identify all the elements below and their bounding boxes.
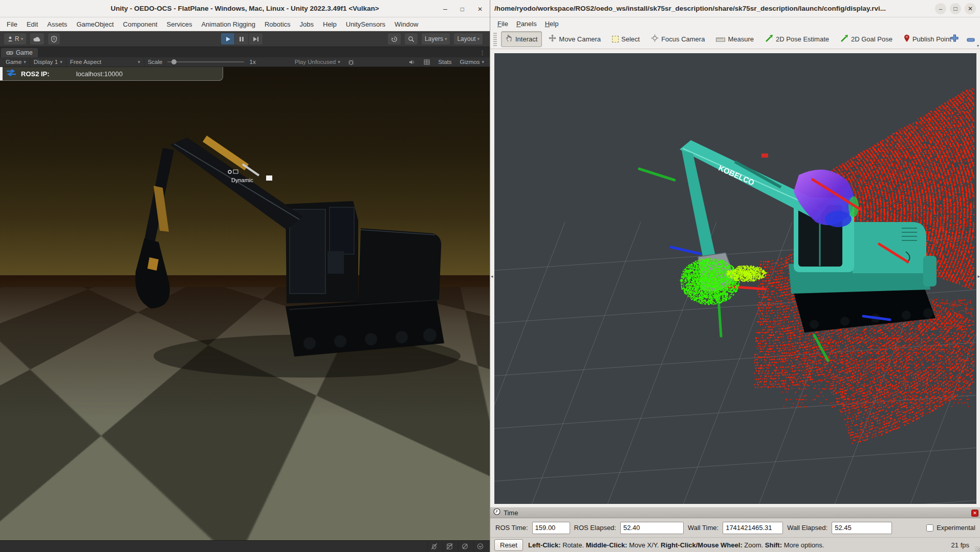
layers-dropdown[interactable]: Layers ▾ <box>422 33 450 45</box>
tool-move-camera[interactable]: Move Camera <box>544 31 605 47</box>
ros-elapsed-input[interactable] <box>620 522 684 534</box>
cloud-button[interactable] <box>30 33 44 45</box>
fps-counter: 21 fps <box>951 541 976 549</box>
collab-disabled-icon[interactable] <box>458 542 471 551</box>
experimental-checkbox[interactable] <box>926 524 933 532</box>
swap-arrows-icon <box>6 69 17 78</box>
tool-interact[interactable]: Interact <box>501 31 542 47</box>
maximize-button[interactable] <box>950 3 961 14</box>
unity-game-viewport[interactable]: Dynamic ROS2 IP: localhost:10000 <box>0 67 490 540</box>
chevron-down-icon: ▾ <box>477 36 480 41</box>
toolbar-overflow-icon[interactable]: ▾ <box>977 43 979 48</box>
collab-shield-button[interactable]: 0 <box>48 33 60 45</box>
left-panel-collapse-icon[interactable]: ◂ <box>491 274 493 279</box>
close-button[interactable] <box>477 5 483 12</box>
gamepad-icon <box>6 48 13 57</box>
rviz-menubar: File Panels Help <box>490 17 980 30</box>
wall-elapsed-input[interactable] <box>832 522 892 534</box>
green-arrow-icon <box>765 34 773 45</box>
menu-unitysensors[interactable]: UnitySensors <box>341 17 390 31</box>
menu-help[interactable]: Help <box>318 17 341 31</box>
rviz-titlebar[interactable]: /home/ryodo/workspace/ROS2/oedo_ws/insta… <box>490 0 980 17</box>
focus-mode-dropdown[interactable]: Play Unfocused▾ <box>291 57 344 67</box>
search-icon <box>408 36 415 42</box>
play-controls <box>221 33 263 45</box>
undo-history-button[interactable] <box>388 33 401 45</box>
menu-animation-rigging[interactable]: Animation Rigging <box>197 17 260 31</box>
cache-server-disabled-icon[interactable] <box>443 542 456 551</box>
tool-focus-camera[interactable]: Focus Camera <box>646 31 709 47</box>
scale-value: 1x <box>249 59 255 65</box>
menu-robotics[interactable]: Robotics <box>260 17 295 31</box>
menu-panels[interactable]: Panels <box>512 20 541 28</box>
bucket-points-canvas <box>494 53 976 504</box>
search-button[interactable] <box>405 33 418 45</box>
maximize-button[interactable] <box>461 5 464 12</box>
close-panel-icon[interactable]: ✕ <box>971 510 978 517</box>
ros2-ip-value[interactable]: localhost:10000 <box>76 70 123 78</box>
time-panel-header[interactable]: Time ✕ <box>490 507 980 518</box>
unity-titlebar[interactable]: Unity - OEDO-OCS - FlatPlane - Windows, … <box>0 0 490 17</box>
scale-slider[interactable] <box>167 61 244 62</box>
add-tool-button[interactable] <box>951 34 959 44</box>
menu-file[interactable]: File <box>493 20 512 28</box>
tool-select[interactable]: Select <box>607 32 644 46</box>
menu-help[interactable]: Help <box>541 20 563 28</box>
right-panel-collapse-icon[interactable]: ▸ <box>977 274 980 279</box>
shield-icon: 0 <box>51 36 57 42</box>
vsync-monitor-button[interactable] <box>420 57 433 67</box>
tab-game[interactable]: Game <box>1 48 38 57</box>
rviz-window-title: /home/ryodo/workspace/ROS2/oedo_ws/insta… <box>494 5 886 12</box>
account-button[interactable]: R ▾ <box>4 33 26 45</box>
menu-window[interactable]: Window <box>390 17 423 31</box>
menu-gameobject[interactable]: GameObject <box>72 17 118 31</box>
display-dropdown[interactable]: Display 1▾ <box>30 57 67 67</box>
wall-time-input[interactable] <box>723 522 783 534</box>
menu-component[interactable]: Component <box>118 17 162 31</box>
tool-2d-goal-pose[interactable]: 2D Goal Pose <box>836 31 897 48</box>
pause-icon <box>239 36 244 42</box>
tab-options-icon[interactable]: ⋮ <box>480 50 486 56</box>
step-icon <box>253 36 259 42</box>
experimental-label: Experimental <box>937 524 975 532</box>
ros-time-input[interactable] <box>532 522 570 534</box>
step-button[interactable] <box>249 33 263 45</box>
reset-button[interactable]: Reset <box>494 539 523 551</box>
map-pin-icon <box>904 34 910 45</box>
scale-slider-knob[interactable] <box>171 59 177 64</box>
chevron-down-icon: ▾ <box>445 36 447 41</box>
aspect-dropdown[interactable]: Free Aspect▾ <box>67 57 144 67</box>
menu-jobs[interactable]: Jobs <box>295 17 318 31</box>
menu-assets[interactable]: Assets <box>42 17 72 31</box>
resize-grip[interactable] <box>975 546 980 551</box>
console-expand-icon[interactable] <box>473 542 487 551</box>
rviz-3d-viewport[interactable]: KOBELCO <box>494 53 976 504</box>
close-button[interactable] <box>965 3 976 14</box>
pause-button[interactable] <box>235 33 249 45</box>
unity-window-title: Unity - OEDO-OCS - FlatPlane - Windows, … <box>111 5 379 12</box>
screen: Unity - OEDO-OCS - FlatPlane - Windows, … <box>0 0 980 552</box>
gizmos-dropdown[interactable]: Gizmos▾ <box>456 57 488 67</box>
mute-audio-button[interactable] <box>405 57 419 67</box>
rviz-main-area: ◂ ▸ <box>490 49 980 507</box>
menu-edit[interactable]: Edit <box>22 17 42 31</box>
tool-publish-point[interactable]: Publish Point <box>899 31 956 48</box>
game-view-menu[interactable]: Game▾ <box>2 57 30 67</box>
tool-2d-pose-estimate[interactable]: 2D Pose Estimate <box>760 31 834 48</box>
play-button[interactable] <box>221 33 235 45</box>
minimize-button[interactable] <box>935 3 946 14</box>
debugger-disabled-icon[interactable] <box>427 542 441 551</box>
stats-button[interactable]: Stats <box>434 57 455 67</box>
layout-dropdown[interactable]: Layout ▾ <box>454 33 483 45</box>
menu-file[interactable]: File <box>2 17 22 31</box>
wall-elapsed-label: Wall Elapsed: <box>787 524 827 532</box>
toolbar-drag-handle[interactable] <box>493 33 497 46</box>
remove-tool-button[interactable] <box>967 35 975 44</box>
menu-services[interactable]: Services <box>162 17 197 31</box>
time-panel: Time ✕ ROS Time: ROS Elapsed: Wall Time:… <box>490 507 980 537</box>
debug-bug-button[interactable] <box>344 57 358 67</box>
tool-measure[interactable]: Measure <box>711 32 758 47</box>
excavator-silhouette: Dynamic <box>0 67 490 540</box>
play-icon <box>225 36 231 42</box>
minimize-button[interactable] <box>443 5 447 12</box>
